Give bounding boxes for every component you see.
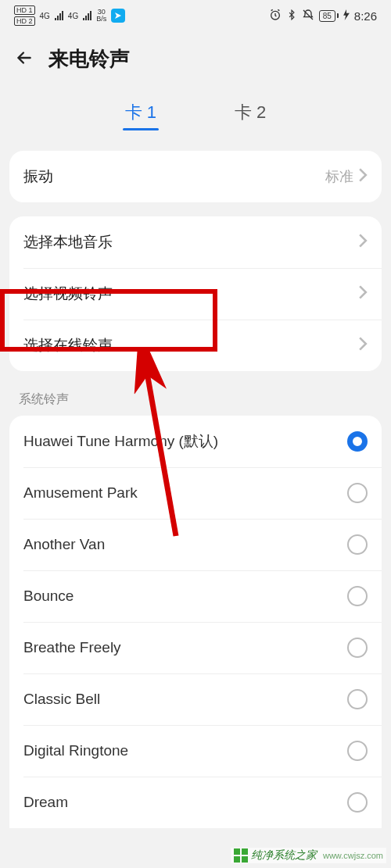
chevron-right-icon	[358, 337, 368, 355]
tab-sim1[interactable]: 卡 1	[125, 101, 156, 130]
ringtone-name: Amusement Park	[23, 484, 138, 502]
page-title: 来电铃声	[48, 45, 130, 73]
ringtone-row[interactable]: Another Van	[9, 519, 382, 570]
status-right: 85 8:26	[269, 9, 377, 23]
ringtone-row[interactable]: Breathe Freely	[9, 622, 382, 673]
chevron-right-icon	[358, 168, 368, 186]
chevron-right-icon	[358, 234, 368, 252]
local-music-label: 选择本地音乐	[23, 232, 113, 252]
system-ringtones-header: 系统铃声	[0, 371, 391, 416]
signal-bars-2	[83, 11, 91, 20]
page-header: 来电铃声	[0, 31, 391, 79]
video-ringtone-label: 选择视频铃声	[23, 284, 113, 304]
network-type-1: 4G	[40, 12, 50, 20]
online-ringtone-row[interactable]: 选择在线铃声	[9, 320, 382, 371]
vibration-label: 振动	[23, 166, 53, 187]
alarm-icon	[269, 9, 282, 23]
battery-indicator: 85	[319, 10, 339, 22]
sim-tabs: 卡 1 卡 2	[0, 79, 391, 137]
net-speed: 30 B/s	[96, 9, 106, 23]
ringtone-name: Bounce	[23, 588, 74, 605]
source-card: 选择本地音乐 选择视频铃声 选择在线铃声	[9, 216, 382, 371]
signal-bars-1	[55, 11, 63, 20]
vibration-card: 振动 标准	[9, 151, 382, 202]
online-ringtone-label: 选择在线铃声	[23, 335, 113, 355]
watermark-url: www.cwjsz.com	[323, 851, 383, 860]
ringtone-name: Digital Ringtone	[23, 742, 128, 759]
watermark: 纯净系统之家 www.cwjsz.com	[231, 848, 386, 863]
app-notification-icon	[111, 9, 125, 23]
ringtone-row[interactable]: Classic Bell	[9, 673, 382, 725]
vibration-value: 标准	[325, 167, 353, 186]
hd1-indicator: HD 1	[14, 5, 35, 15]
video-ringtone-row[interactable]: 选择视频铃声	[9, 268, 382, 320]
status-bar: HD 1 HD 2 4G 4G 30 B/s 85 8:26	[0, 0, 391, 31]
clock-time: 8:26	[354, 9, 377, 23]
ringtone-row[interactable]: Amusement Park	[9, 467, 382, 519]
mute-icon	[302, 9, 314, 23]
radio-icon[interactable]	[347, 689, 368, 709]
charging-icon	[343, 9, 350, 23]
tab-sim2[interactable]: 卡 2	[235, 101, 266, 130]
ringtone-name: Dream	[23, 794, 68, 811]
radio-icon[interactable]	[347, 534, 368, 555]
ringtone-name: Huawei Tune Harmony (默认)	[23, 431, 218, 452]
ringtone-name: Breathe Freely	[23, 639, 121, 656]
radio-icon[interactable]	[347, 431, 368, 452]
watermark-logo-icon	[234, 848, 248, 863]
ringtone-row[interactable]: Dream	[9, 777, 382, 828]
chevron-right-icon	[358, 285, 368, 303]
radio-icon[interactable]	[347, 483, 368, 503]
hd2-indicator: HD 2	[14, 16, 35, 26]
local-music-row[interactable]: 选择本地音乐	[9, 216, 382, 268]
radio-icon[interactable]	[347, 638, 368, 658]
radio-icon[interactable]	[347, 792, 368, 813]
watermark-text: 纯净系统之家	[251, 848, 317, 863]
ringtone-row[interactable]: Bounce	[9, 570, 382, 622]
radio-icon[interactable]	[347, 586, 368, 606]
ringtone-list: Huawei Tune Harmony (默认)Amusement ParkAn…	[9, 416, 382, 828]
back-button[interactable]	[14, 48, 34, 71]
ringtone-name: Another Van	[23, 536, 105, 553]
ringtone-name: Classic Bell	[23, 691, 100, 708]
ringtone-row[interactable]: Digital Ringtone	[9, 725, 382, 777]
bluetooth-icon	[286, 9, 297, 23]
status-left: HD 1 HD 2 4G 4G 30 B/s	[14, 5, 125, 26]
network-type-2: 4G	[68, 12, 78, 20]
ringtone-row[interactable]: Huawei Tune Harmony (默认)	[9, 416, 382, 467]
radio-icon[interactable]	[347, 741, 368, 761]
vibration-row[interactable]: 振动 标准	[9, 151, 382, 202]
